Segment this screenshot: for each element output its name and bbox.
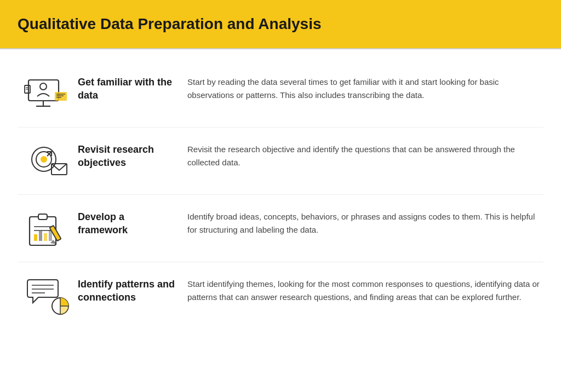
- item-title-patterns: Identify patterns and connections: [78, 275, 187, 304]
- item-title-familiar: Get familiar with the data: [78, 73, 187, 102]
- svg-rect-17: [38, 214, 47, 220]
- item-desc-patterns: Start identifying themes, looking for th…: [187, 275, 543, 304]
- list-item: Get familiar with the data Start by read…: [18, 60, 543, 128]
- page-title: Qualitative Data Preparation and Analysi…: [18, 15, 543, 33]
- item-desc-framework: Identify broad ideas, concepts, behavior…: [187, 208, 543, 237]
- svg-rect-7: [55, 92, 67, 101]
- main-content: Get familiar with the data Start by read…: [0, 49, 561, 340]
- list-item: Develop a framework Identify broad ideas…: [18, 195, 543, 262]
- svg-rect-21: [39, 231, 42, 241]
- item-icon-patterns: [18, 275, 78, 316]
- list-item: Identify patterns and connections Start …: [18, 262, 543, 329]
- svg-rect-20: [34, 234, 37, 241]
- page-header: Qualitative Data Preparation and Analysi…: [0, 0, 561, 48]
- item-desc-revisit: Revisit the research objective and ident…: [187, 141, 543, 169]
- svg-point-13: [41, 156, 47, 163]
- item-icon-revisit: [18, 141, 78, 181]
- list-item: Revisit research objectives Revisit the …: [18, 128, 543, 195]
- item-icon-framework: [18, 208, 78, 249]
- svg-point-3: [40, 83, 47, 90]
- item-title-framework: Develop a framework: [78, 208, 187, 237]
- item-icon-familiar: [18, 73, 78, 114]
- svg-rect-22: [44, 233, 47, 241]
- item-title-revisit: Revisit research objectives: [78, 141, 187, 170]
- item-desc-familiar: Start by reading the data several times …: [187, 73, 543, 102]
